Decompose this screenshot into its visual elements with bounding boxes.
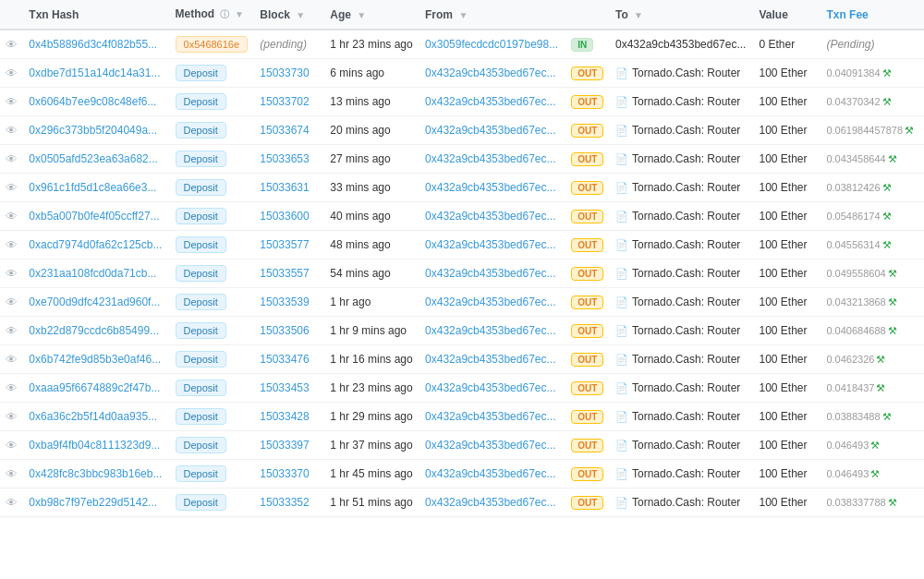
block-link[interactable]: 15033370: [260, 467, 309, 480]
txn-hash-link[interactable]: 0x0505afd523ea63a682...: [29, 152, 157, 165]
to-link[interactable]: 0x432a9cb4353bed67ec...: [615, 38, 746, 51]
to-link[interactable]: Tornado.Cash: Router: [632, 353, 740, 366]
block-link[interactable]: 15033730: [260, 66, 309, 79]
to-link[interactable]: Tornado.Cash: Router: [632, 496, 740, 509]
from-link[interactable]: 0x432a9cb4353bed67ec...: [425, 181, 555, 194]
to-link[interactable]: Tornado.Cash: Router: [632, 66, 740, 79]
txn-hash-link[interactable]: 0x4b58896d3c4f082b55...: [29, 38, 157, 51]
from-link[interactable]: 0x432a9cb4353bed67ec...: [425, 439, 555, 452]
eye-icon[interactable]: 👁: [6, 181, 18, 195]
to-filter-icon[interactable]: ▼: [634, 10, 643, 20]
eye-icon[interactable]: 👁: [6, 467, 18, 481]
age-filter-icon[interactable]: ▼: [357, 10, 366, 20]
block-link[interactable]: 15033506: [260, 324, 309, 337]
from-link[interactable]: 0x432a9cb4353bed67ec...: [425, 238, 555, 251]
eye-icon[interactable]: 👁: [6, 38, 18, 52]
from-link[interactable]: 0x432a9cb4353bed67ec...: [425, 296, 555, 308]
txn-hash-link[interactable]: 0x6a36c2b5f14d0aa935...: [29, 410, 157, 423]
to-link[interactable]: Tornado.Cash: Router: [632, 296, 740, 308]
block-link[interactable]: 15033352: [260, 496, 309, 509]
eye-icon[interactable]: 👁: [6, 210, 18, 223]
from-filter-icon[interactable]: ▼: [458, 10, 468, 20]
block-link[interactable]: 15033653: [260, 152, 309, 165]
to-link[interactable]: Tornado.Cash: Router: [632, 95, 740, 108]
eye-icon[interactable]: 👁: [6, 296, 18, 309]
eye-icon[interactable]: 👁: [6, 95, 18, 109]
to-link[interactable]: Tornado.Cash: Router: [632, 467, 740, 480]
txn-hash-link[interactable]: 0x231aa108fcd0da71cb...: [29, 267, 156, 280]
block-link[interactable]: 15033631: [260, 181, 309, 194]
age-cell: 27 mins ago: [324, 145, 419, 174]
from-link[interactable]: 0x432a9cb4353bed67ec...: [425, 496, 555, 509]
block-link[interactable]: 15033557: [260, 267, 309, 280]
out-badge: OUT: [571, 410, 603, 424]
from-link[interactable]: 0x432a9cb4353bed67ec...: [425, 381, 555, 394]
txn-hash-link[interactable]: 0xacd7974d0fa62c125cb...: [29, 238, 162, 251]
to-link[interactable]: Tornado.Cash: Router: [632, 324, 740, 337]
to-link[interactable]: Tornado.Cash: Router: [632, 238, 740, 251]
age-value: 27 mins ago: [330, 152, 390, 165]
block-link[interactable]: 15033577: [260, 238, 309, 251]
from-link[interactable]: 0x432a9cb4353bed67ec...: [425, 467, 555, 480]
eye-icon[interactable]: 👁: [6, 381, 18, 395]
to-link[interactable]: Tornado.Cash: Router: [632, 210, 740, 223]
eye-icon[interactable]: 👁: [6, 238, 18, 252]
from-link[interactable]: 0x432a9cb4353bed67ec...: [425, 210, 555, 223]
block-link[interactable]: 15033539: [260, 296, 309, 308]
block-link[interactable]: 15033453: [260, 381, 309, 394]
txn-hash-link[interactable]: 0x296c373bb5f204049a...: [29, 124, 157, 137]
to-link[interactable]: Tornado.Cash: Router: [632, 152, 740, 165]
txn-hash-link[interactable]: 0xaaa95f6674889c2f47b...: [29, 381, 160, 394]
txn-hash-link[interactable]: 0xba9f4fb04c8111323d9...: [29, 439, 160, 452]
direction-cell: OUT: [565, 489, 610, 517]
eye-icon[interactable]: 👁: [6, 324, 18, 338]
to-link[interactable]: Tornado.Cash: Router: [632, 410, 740, 423]
block-link[interactable]: 15033476: [260, 353, 309, 366]
to-link[interactable]: Tornado.Cash: Router: [632, 267, 740, 280]
from-link[interactable]: 0x432a9cb4353bed67ec...: [425, 95, 555, 108]
to-link[interactable]: Tornado.Cash: Router: [632, 381, 740, 394]
from-link[interactable]: 0x432a9cb4353bed67ec...: [425, 124, 555, 137]
eye-icon[interactable]: 👁: [6, 267, 18, 281]
txn-hash-link[interactable]: 0xb5a007b0fe4f05ccff27...: [29, 210, 159, 223]
eye-icon[interactable]: 👁: [6, 439, 18, 452]
eye-icon[interactable]: 👁: [6, 124, 18, 138]
txn-hash-link[interactable]: 0xe700d9dfc4231ad960f...: [29, 296, 160, 308]
txn-hash-link[interactable]: 0x6064b7ee9c08c48ef6...: [29, 95, 156, 108]
fee-value: 0.038337788: [826, 497, 885, 508]
from-link[interactable]: 0x432a9cb4353bed67ec...: [425, 267, 555, 280]
from-link[interactable]: 0x432a9cb4353bed67ec...: [425, 353, 555, 366]
from-link[interactable]: 0x432a9cb4353bed67ec...: [425, 152, 555, 165]
eye-icon[interactable]: 👁: [6, 410, 18, 424]
block-link[interactable]: 15033428: [260, 410, 309, 423]
to-link[interactable]: Tornado.Cash: Router: [632, 124, 740, 137]
txn-hash-link[interactable]: 0xb22d879ccdc6b85499...: [29, 324, 159, 337]
fee-value: 0.03883488: [826, 411, 880, 422]
block-filter-icon[interactable]: ▼: [296, 10, 305, 20]
gas-icon: ⚒: [888, 268, 897, 280]
block-link[interactable]: 15033702: [260, 95, 309, 108]
from-link[interactable]: 0x432a9cb4353bed67ec...: [425, 324, 555, 337]
from-link[interactable]: 0x3059fecdcdc0197be98...: [425, 38, 558, 51]
transaction-table: Txn Hash Method ⓘ ▼ Block ▼ Age ▼ From ▼…: [0, 0, 924, 517]
eye-cell: 👁: [0, 259, 23, 288]
eye-icon[interactable]: 👁: [6, 353, 18, 367]
txn-hash-link[interactable]: 0x428fc8c3bbc983b16eb...: [29, 467, 162, 480]
txn-hash-link[interactable]: 0x6b742fe9d85b3e0af46...: [29, 353, 161, 366]
txn-hash-link[interactable]: 0xb98c7f97eb229d5142...: [29, 496, 157, 509]
method-filter-icon[interactable]: ▼: [235, 9, 244, 19]
txn-hash-link[interactable]: 0xdbe7d151a14dc14a31...: [29, 66, 160, 79]
from-link[interactable]: 0x432a9cb4353bed67ec...: [425, 66, 555, 79]
block-link[interactable]: 15033674: [260, 124, 309, 137]
direction-cell: OUT: [565, 374, 610, 403]
value-text: 100 Ether: [759, 238, 807, 251]
block-link[interactable]: 15033600: [260, 210, 309, 223]
from-link[interactable]: 0x432a9cb4353bed67ec...: [425, 410, 555, 423]
eye-icon[interactable]: 👁: [6, 496, 18, 510]
eye-icon[interactable]: 👁: [6, 66, 18, 80]
block-link[interactable]: 15033397: [260, 439, 309, 452]
to-link[interactable]: Tornado.Cash: Router: [632, 439, 740, 452]
eye-icon[interactable]: 👁: [6, 152, 18, 166]
txn-hash-link[interactable]: 0x961c1fd5d1c8ea66e3...: [29, 181, 156, 194]
to-link[interactable]: Tornado.Cash: Router: [632, 181, 740, 194]
